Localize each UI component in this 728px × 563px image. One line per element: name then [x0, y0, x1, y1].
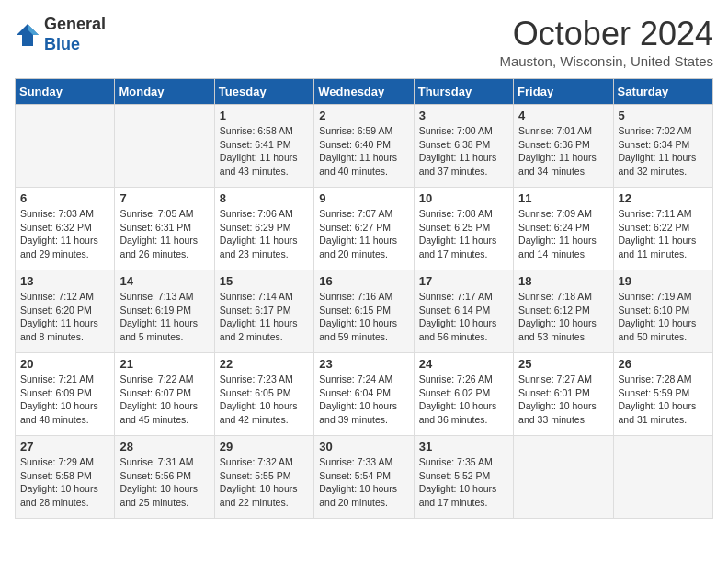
day-info: Sunrise: 7:28 AM Sunset: 5:59 PM Dayligh… [619, 373, 708, 427]
day-number: 26 [619, 357, 708, 371]
day-info: Sunrise: 7:19 AM Sunset: 6:10 PM Dayligh… [619, 290, 708, 344]
calendar-cell: 9Sunrise: 7:07 AM Sunset: 6:27 PM Daylig… [314, 188, 414, 270]
logo: General Blue [15, 15, 106, 54]
day-number: 16 [319, 274, 408, 288]
day-info: Sunrise: 7:27 AM Sunset: 6:01 PM Dayligh… [518, 373, 608, 427]
day-info: Sunrise: 7:29 AM Sunset: 5:58 PM Dayligh… [20, 455, 109, 510]
day-number: 23 [319, 357, 408, 371]
logo-general-text: General [44, 15, 106, 33]
calendar-cell [613, 436, 712, 519]
day-info: Sunrise: 7:24 AM Sunset: 6:04 PM Dayligh… [319, 373, 408, 427]
calendar-cell: 8Sunrise: 7:06 AM Sunset: 6:29 PM Daylig… [214, 188, 313, 270]
day-info: Sunrise: 7:35 AM Sunset: 5:52 PM Dayligh… [419, 455, 508, 510]
day-info: Sunrise: 7:08 AM Sunset: 6:25 PM Dayligh… [419, 207, 508, 261]
day-info: Sunrise: 7:03 AM Sunset: 6:32 PM Dayligh… [20, 207, 109, 261]
title-block: October 2024 Mauston, Wisconsin, United … [499, 15, 713, 69]
day-number: 15 [220, 274, 309, 288]
day-number: 5 [619, 109, 708, 122]
calendar-cell: 13Sunrise: 7:12 AM Sunset: 6:20 PM Dayli… [16, 270, 115, 353]
month-title: October 2024 [499, 15, 713, 53]
day-number: 25 [518, 357, 608, 371]
day-info: Sunrise: 7:11 AM Sunset: 6:22 PM Dayligh… [619, 207, 708, 261]
calendar-cell: 26Sunrise: 7:28 AM Sunset: 5:59 PM Dayli… [613, 353, 712, 436]
day-info: Sunrise: 7:09 AM Sunset: 6:24 PM Dayligh… [518, 207, 608, 261]
calendar-cell: 19Sunrise: 7:19 AM Sunset: 6:10 PM Dayli… [613, 270, 712, 353]
calendar-cell: 6Sunrise: 7:03 AM Sunset: 6:32 PM Daylig… [16, 188, 115, 270]
day-number: 31 [419, 440, 508, 454]
calendar-week-row: 27Sunrise: 7:29 AM Sunset: 5:58 PM Dayli… [16, 436, 713, 519]
day-number: 1 [220, 109, 309, 122]
day-info: Sunrise: 7:22 AM Sunset: 6:07 PM Dayligh… [119, 373, 209, 427]
calendar-week-row: 1Sunrise: 6:58 AM Sunset: 6:41 PM Daylig… [16, 105, 713, 188]
calendar-cell: 21Sunrise: 7:22 AM Sunset: 6:07 PM Dayli… [115, 353, 214, 436]
day-info: Sunrise: 7:14 AM Sunset: 6:17 PM Dayligh… [220, 290, 309, 344]
day-info: Sunrise: 7:31 AM Sunset: 5:56 PM Dayligh… [119, 455, 209, 510]
calendar-cell [115, 105, 214, 188]
calendar-cell: 7Sunrise: 7:05 AM Sunset: 6:31 PM Daylig… [115, 188, 214, 270]
day-number: 29 [220, 440, 309, 454]
day-info: Sunrise: 7:05 AM Sunset: 6:31 PM Dayligh… [119, 207, 209, 261]
day-info: Sunrise: 6:59 AM Sunset: 6:40 PM Dayligh… [319, 124, 408, 178]
day-info: Sunrise: 7:07 AM Sunset: 6:27 PM Dayligh… [319, 207, 408, 261]
day-info: Sunrise: 7:17 AM Sunset: 6:14 PM Dayligh… [419, 290, 508, 344]
day-number: 28 [119, 440, 209, 454]
location-subtitle: Mauston, Wisconsin, United States [499, 53, 713, 69]
day-number: 18 [518, 274, 608, 288]
day-number: 19 [619, 274, 708, 288]
day-info: Sunrise: 7:32 AM Sunset: 5:55 PM Dayligh… [220, 455, 309, 510]
day-number: 4 [518, 109, 608, 122]
calendar-table: SundayMondayTuesdayWednesdayThursdayFrid… [15, 78, 713, 519]
day-info: Sunrise: 7:02 AM Sunset: 6:34 PM Dayligh… [619, 124, 708, 178]
calendar-cell: 18Sunrise: 7:18 AM Sunset: 6:12 PM Dayli… [514, 270, 613, 353]
calendar-week-row: 6Sunrise: 7:03 AM Sunset: 6:32 PM Daylig… [16, 188, 713, 270]
calendar-cell: 10Sunrise: 7:08 AM Sunset: 6:25 PM Dayli… [414, 188, 513, 270]
day-number: 24 [419, 357, 508, 371]
day-number: 13 [20, 274, 109, 288]
calendar-cell: 30Sunrise: 7:33 AM Sunset: 5:54 PM Dayli… [314, 436, 414, 519]
calendar-cell: 4Sunrise: 7:01 AM Sunset: 6:36 PM Daylig… [514, 105, 613, 188]
weekday-header: Friday [514, 79, 613, 105]
day-number: 17 [419, 274, 508, 288]
day-number: 7 [119, 191, 209, 205]
day-info: Sunrise: 6:58 AM Sunset: 6:41 PM Dayligh… [220, 124, 309, 178]
weekday-header: Saturday [613, 79, 712, 105]
day-number: 30 [319, 440, 408, 454]
calendar-cell: 1Sunrise: 6:58 AM Sunset: 6:41 PM Daylig… [214, 105, 313, 188]
calendar-cell: 28Sunrise: 7:31 AM Sunset: 5:56 PM Dayli… [115, 436, 214, 519]
calendar-cell [514, 436, 613, 519]
calendar-cell [16, 105, 115, 188]
page-header: General Blue October 2024 Mauston, Wisco… [15, 15, 713, 69]
weekday-header: Monday [115, 79, 214, 105]
calendar-cell: 20Sunrise: 7:21 AM Sunset: 6:09 PM Dayli… [16, 353, 115, 436]
calendar-cell: 27Sunrise: 7:29 AM Sunset: 5:58 PM Dayli… [16, 436, 115, 519]
day-number: 6 [20, 191, 109, 205]
day-number: 14 [119, 274, 209, 288]
day-number: 12 [619, 191, 708, 205]
calendar-cell: 12Sunrise: 7:11 AM Sunset: 6:22 PM Dayli… [613, 188, 712, 270]
weekday-header-row: SundayMondayTuesdayWednesdayThursdayFrid… [16, 79, 713, 105]
day-info: Sunrise: 7:00 AM Sunset: 6:38 PM Dayligh… [419, 124, 508, 178]
calendar-cell: 31Sunrise: 7:35 AM Sunset: 5:52 PM Dayli… [414, 436, 513, 519]
calendar-cell: 16Sunrise: 7:16 AM Sunset: 6:15 PM Dayli… [314, 270, 414, 353]
calendar-cell: 22Sunrise: 7:23 AM Sunset: 6:05 PM Dayli… [214, 353, 313, 436]
day-info: Sunrise: 7:12 AM Sunset: 6:20 PM Dayligh… [20, 290, 109, 344]
day-info: Sunrise: 7:26 AM Sunset: 6:02 PM Dayligh… [419, 373, 508, 427]
calendar-cell: 11Sunrise: 7:09 AM Sunset: 6:24 PM Dayli… [514, 188, 613, 270]
day-info: Sunrise: 7:33 AM Sunset: 5:54 PM Dayligh… [319, 455, 408, 510]
weekday-header: Sunday [16, 79, 115, 105]
calendar-cell: 24Sunrise: 7:26 AM Sunset: 6:02 PM Dayli… [414, 353, 513, 436]
day-info: Sunrise: 7:18 AM Sunset: 6:12 PM Dayligh… [518, 290, 608, 344]
logo-blue-text: Blue [44, 35, 80, 53]
day-info: Sunrise: 7:21 AM Sunset: 6:09 PM Dayligh… [20, 373, 109, 427]
day-info: Sunrise: 7:23 AM Sunset: 6:05 PM Dayligh… [220, 373, 309, 427]
calendar-cell: 15Sunrise: 7:14 AM Sunset: 6:17 PM Dayli… [214, 270, 313, 353]
day-info: Sunrise: 7:16 AM Sunset: 6:15 PM Dayligh… [319, 290, 408, 344]
day-info: Sunrise: 7:13 AM Sunset: 6:19 PM Dayligh… [119, 290, 209, 344]
calendar-cell: 3Sunrise: 7:00 AM Sunset: 6:38 PM Daylig… [414, 105, 513, 188]
calendar-cell: 14Sunrise: 7:13 AM Sunset: 6:19 PM Dayli… [115, 270, 214, 353]
day-number: 20 [20, 357, 109, 371]
day-number: 10 [419, 191, 508, 205]
day-info: Sunrise: 7:01 AM Sunset: 6:36 PM Dayligh… [518, 124, 608, 178]
day-number: 21 [119, 357, 209, 371]
day-number: 27 [20, 440, 109, 454]
